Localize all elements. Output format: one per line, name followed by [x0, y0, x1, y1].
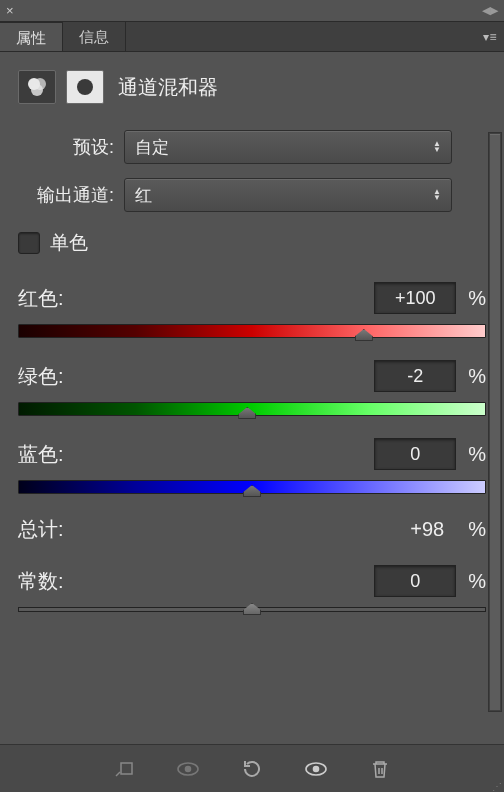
chevron-updown-icon: ▲▼ [433, 141, 441, 153]
clip-to-layer-icon[interactable] [109, 754, 139, 784]
slider-handle[interactable] [238, 407, 256, 419]
preset-value: 自定 [135, 136, 169, 159]
preset-dropdown[interactable]: 自定 ▲▼ [124, 130, 452, 164]
tab-info[interactable]: 信息 [63, 22, 126, 51]
reset-icon[interactable] [237, 754, 267, 784]
constant-input[interactable] [374, 565, 456, 597]
panel-menu-icon[interactable]: ▾≡ [476, 22, 504, 51]
collapse-icon[interactable]: ◀▶ [482, 4, 498, 17]
red-label: 红色: [18, 285, 64, 312]
percent-label: % [468, 518, 486, 541]
output-channel-label: 输出通道: [18, 183, 124, 207]
percent-label: % [468, 570, 486, 593]
mask-icon[interactable] [66, 70, 104, 104]
previous-state-icon[interactable] [173, 754, 203, 784]
adjustment-icon[interactable] [18, 70, 56, 104]
red-slider[interactable] [18, 324, 486, 338]
svg-point-2 [31, 84, 43, 96]
output-channel-dropdown[interactable]: 红 ▲▼ [124, 178, 452, 212]
svg-point-3 [77, 79, 93, 95]
total-value: +98 [410, 518, 444, 541]
green-label: 绿色: [18, 363, 64, 390]
slider-handle[interactable] [355, 329, 373, 341]
chevron-updown-icon: ▲▼ [433, 189, 441, 201]
percent-label: % [468, 287, 486, 310]
red-input[interactable] [374, 282, 456, 314]
monochrome-checkbox[interactable] [18, 232, 40, 254]
slider-handle[interactable] [243, 485, 261, 497]
panel-content: 通道混和器 预设: 自定 ▲▼ 输出通道: 红 ▲▼ 单色 红色: % [0, 52, 504, 612]
blue-input[interactable] [374, 438, 456, 470]
monochrome-label: 单色 [50, 230, 88, 256]
panel-title: 通道混和器 [118, 74, 218, 101]
output-channel-value: 红 [135, 184, 152, 207]
visibility-icon[interactable] [301, 754, 331, 784]
scrollbar-thumb[interactable] [489, 133, 501, 711]
green-slider[interactable] [18, 402, 486, 416]
blue-slider[interactable] [18, 480, 486, 494]
close-icon[interactable]: × [6, 3, 14, 18]
footer-toolbar [0, 744, 504, 792]
percent-label: % [468, 365, 486, 388]
resize-grip-icon[interactable]: ⋰ [492, 784, 502, 790]
svg-rect-4 [121, 763, 132, 774]
svg-point-8 [314, 766, 319, 771]
constant-label: 常数: [18, 568, 64, 595]
preset-label: 预设: [18, 135, 124, 159]
tab-bar: 属性 信息 ▾≡ [0, 22, 504, 52]
tab-properties[interactable]: 属性 [0, 22, 63, 51]
svg-point-6 [186, 766, 191, 771]
green-input[interactable] [374, 360, 456, 392]
slider-handle[interactable] [243, 603, 261, 615]
blue-label: 蓝色: [18, 441, 64, 468]
total-label: 总计: [18, 516, 64, 543]
constant-slider[interactable] [18, 607, 486, 612]
delete-icon[interactable] [365, 754, 395, 784]
scrollbar[interactable] [488, 132, 502, 712]
percent-label: % [468, 443, 486, 466]
